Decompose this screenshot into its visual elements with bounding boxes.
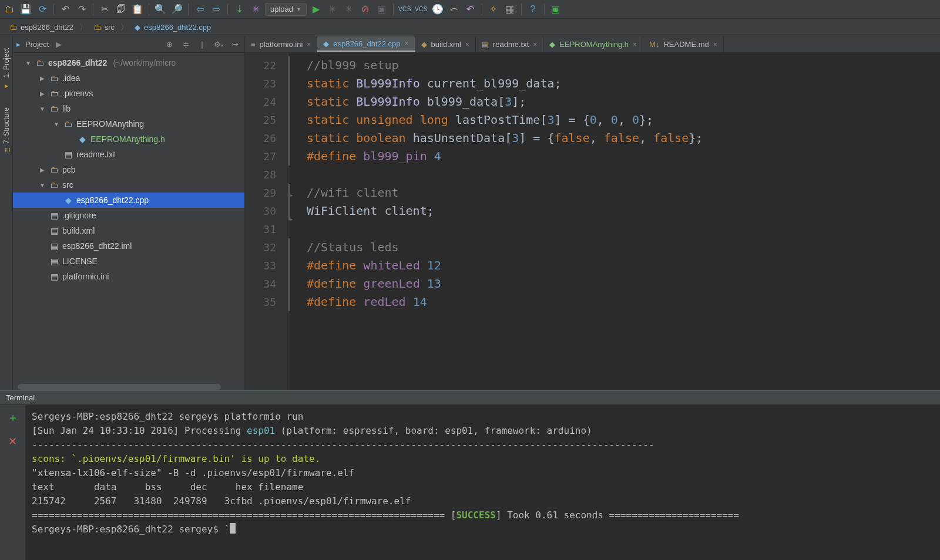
chevron-right-icon[interactable]: ▶ [56,40,62,49]
code-line[interactable]: //bl999 setup [288,56,940,75]
close-session-icon[interactable]: ✕ [8,435,17,448]
breadcrumb-item[interactable]: ◆esp8266_dht22.cpp [129,21,217,34]
undo-icon[interactable]: ↶ [58,2,72,16]
history-icon[interactable]: 🕓 [431,2,445,16]
tree-twisty-icon[interactable]: ▶ [39,90,46,97]
tree-node[interactable]: ▶🗀.idea [13,70,244,86]
stop-icon[interactable]: ⊘ [358,2,372,16]
editor-tab[interactable]: ◆EEPROMAnything.h× [543,36,643,52]
tree-node[interactable]: ▶🗀.pioenvs [13,86,244,101]
editor-tab[interactable]: ◆build.xml× [415,36,476,52]
run-config-select[interactable]: upload ▼ [265,3,307,16]
tree-node[interactable]: ▼🗀src [13,177,244,193]
tree-twisty-icon[interactable]: ▼ [53,121,60,127]
tree-node[interactable]: ▤platformio.ini [13,269,244,284]
paste-icon[interactable]: 📋 [130,2,145,16]
download-icon[interactable]: ⇣ [232,2,246,16]
forward-icon[interactable]: ⇨ [209,2,223,16]
tree-node[interactable]: ▤LICENSE [13,254,244,269]
hide-panel-icon[interactable]: ↦ [229,40,241,49]
tree-node[interactable]: ▤esp8266_dht22.iml [13,238,244,254]
code-line[interactable]: WiFiClient client; [288,202,940,220]
gutter-line-number: 26 [245,129,276,147]
editor-body[interactable]: //bl999 setupstatic BL999Info current_bl… [288,53,940,390]
code-line[interactable]: static unsigned long lastPostTime[3] = {… [288,111,940,129]
structure-icon[interactable]: ▦ [503,2,517,16]
coverage-icon[interactable]: ✳ [342,2,356,16]
breadcrumb-item[interactable]: 🗀esp8266_dht22 [4,21,79,34]
code-line[interactable] [288,220,940,238]
tree-node[interactable]: ▼🗀lib [13,101,244,116]
tree-twisty-icon[interactable]: ▼ [39,106,46,112]
project-tree[interactable]: ▼🗀esp8266_dht22(~/work/my/micro▶🗀.idea▶🗀… [13,53,244,384]
editor-tab[interactable]: M↓README.md× [643,36,724,52]
back-icon[interactable]: ⇦ [193,2,207,16]
tree-node[interactable]: ▤readme.txt [13,147,244,162]
code-line[interactable]: #define redLed 14 [288,293,940,311]
code-line[interactable]: #define bl999_pin 4 [288,147,940,166]
code-line[interactable]: static boolean hasUnsentData[3] = {false… [288,129,940,147]
gear-icon[interactable]: ⚙▾ [213,40,224,49]
tree-twisty-icon[interactable]: ▼ [25,60,32,66]
open-icon[interactable]: 🗀 [2,2,16,16]
vcs-commit-icon[interactable]: VCS [414,2,428,16]
collapse-icon[interactable]: ≑ [180,40,192,49]
revert-icon[interactable]: ⤺ [447,2,461,16]
editor-tab[interactable]: ▤readme.txt× [476,36,543,52]
code-line[interactable]: //wifi client [288,184,940,202]
tree-node[interactable]: ▤.gitignore [13,208,244,223]
terminal-output[interactable]: Sergeys-MBP:esp8266_dht22 sergey$ platfo… [26,405,940,560]
tree-node[interactable]: ◆EEPROMAnything.h [13,131,244,147]
fold-icon[interactable]: ▸ [290,210,294,228]
zoom-in-icon[interactable]: 🔍 [153,2,167,16]
close-icon[interactable]: × [307,41,311,49]
code-line[interactable]: #define whiteLed 12 [288,257,940,275]
close-icon[interactable]: × [533,41,537,49]
editor-tab[interactable]: ≡platformio.ini× [245,36,317,52]
close-icon[interactable]: × [465,41,469,49]
code-line[interactable]: //Status leds [288,238,940,257]
folder-icon: 🗀 [9,23,17,32]
cut-icon[interactable]: ✂ [98,2,112,16]
fold-icon[interactable]: ▸ [290,186,294,204]
new-session-icon[interactable]: ＋ [7,410,19,426]
platformio-icon[interactable]: ▣ [549,2,563,16]
tree-twisty-icon[interactable]: ▶ [39,167,46,173]
terminal-header[interactable]: Terminal [0,391,940,405]
tree-scrollbar[interactable] [18,384,221,390]
close-icon[interactable]: × [713,41,717,49]
close-icon[interactable]: × [633,41,637,49]
save-icon[interactable]: 💾 [19,2,33,16]
editor-tab[interactable]: ◆esp8266_dht22.cpp× [317,36,415,52]
run-icon[interactable]: ▶ [309,2,323,16]
profile-icon[interactable]: ▣ [375,2,389,16]
redo-icon[interactable]: ↷ [75,2,89,16]
target-icon[interactable]: ⊕ [163,40,175,49]
bug-icon[interactable]: ✳ [249,2,263,16]
help-icon[interactable]: ? [526,2,540,16]
tree-node[interactable]: ▤build.xml [13,223,244,238]
side-tab-structure[interactable]: ⠿ 7: Structure [2,107,11,153]
code-editor[interactable]: 2223242526272829303132333435 //bl999 set… [245,53,940,390]
gutter-line-number: 34 [245,275,276,293]
close-icon[interactable]: × [405,39,409,48]
sync-icon[interactable]: ⟳ [35,2,49,16]
copy-icon[interactable]: 🗐 [114,2,128,16]
toolwindow-icon[interactable]: ✧ [486,2,501,16]
tree-node[interactable]: ◆esp8266_dht22.cpp [13,193,244,208]
tree-node[interactable]: ▶🗀pcb [13,162,244,177]
tree-twisty-icon[interactable]: ▼ [39,182,46,188]
zoom-out-icon[interactable]: 🔎 [170,2,184,16]
code-line[interactable]: static BL999Info current_bl999_data; [288,75,940,93]
code-line[interactable]: static BL999Info bl999_data[3]; [288,93,940,111]
vcs-update-icon[interactable]: VCS [398,2,412,16]
code-line[interactable]: #define greenLed 13 [288,275,940,293]
breadcrumb-item[interactable]: 🗀src [88,21,120,34]
rollback-icon[interactable]: ↶ [464,2,478,16]
tree-node[interactable]: ▼🗀EEPROMAnything [13,116,244,131]
debug-icon[interactable]: ✳ [325,2,340,16]
code-line[interactable] [288,166,940,184]
tree-twisty-icon[interactable]: ▶ [39,75,46,82]
tree-node[interactable]: ▼🗀esp8266_dht22(~/work/my/micro [13,55,244,70]
side-tab-project[interactable]: ▸ 1: Project [2,48,11,90]
